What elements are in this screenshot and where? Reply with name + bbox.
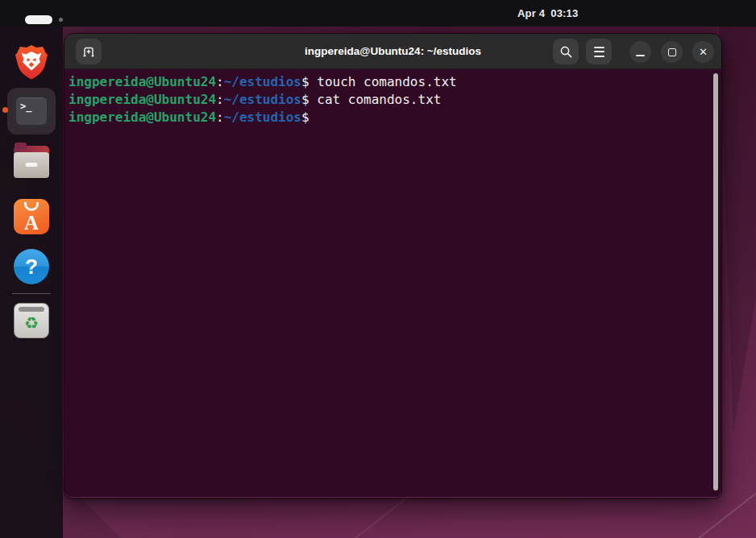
prompt-colon: : [216, 110, 224, 125]
hamburger-icon [594, 47, 604, 57]
clock-date: Apr 4 [517, 7, 545, 19]
app-center-icon: A [14, 199, 49, 234]
recycle-icon: ♻ [15, 312, 48, 334]
prompt-symbol: $ [301, 92, 309, 107]
prompt-user: ingpereida@Ubuntu24 [69, 92, 216, 107]
window-titlebar[interactable]: ingpereida@Ubuntu24: ~/estudios ✕ [64, 34, 721, 69]
dock-item-help[interactable]: ? [14, 249, 49, 284]
close-button[interactable]: ✕ [692, 41, 714, 63]
minimize-icon [636, 55, 645, 56]
top-bar: Apr 403:13 [0, 0, 756, 27]
command-text: cat comandos.txt [309, 92, 442, 107]
prompt-colon: : [216, 92, 224, 107]
terminal-icon: >_ [13, 94, 50, 128]
workspace-indicator-active[interactable] [25, 15, 52, 24]
brave-icon [12, 43, 51, 81]
prompt-dir: ~/estudios [224, 74, 301, 89]
terminal-prompt-glyph: >_ [16, 97, 47, 125]
maximize-icon [668, 48, 676, 56]
terminal-running-indicator [2, 107, 8, 113]
prompt-user: ingpereida@Ubuntu24 [69, 74, 216, 89]
dock-item-app-center[interactable]: A [14, 197, 49, 234]
dock-item-brave[interactable] [12, 43, 51, 81]
maximize-button[interactable] [661, 41, 683, 63]
prompt-symbol: $ [301, 110, 309, 125]
workspace-indicator-dot[interactable] [59, 18, 63, 22]
window-title: ingpereida@Ubuntu24: ~/estudios [64, 34, 721, 69]
prompt-user: ingpereida@Ubuntu24 [69, 110, 216, 125]
folder-slot [26, 163, 38, 167]
dock-item-terminal[interactable]: >_ [7, 88, 56, 134]
dock-item-files[interactable] [14, 144, 49, 178]
bag-handle [24, 202, 39, 211]
dock-separator [12, 293, 51, 294]
terminal-content[interactable]: ingpereida@Ubuntu24:~/estudios$ touch co… [64, 69, 721, 497]
search-button[interactable] [553, 39, 579, 64]
prompt-dir: ~/estudios [224, 92, 301, 107]
prompt-symbol: $ [301, 74, 309, 89]
terminal-line: ingpereida@Ubuntu24:~/estudios$ [69, 109, 710, 126]
prompt-dir: ~/estudios [224, 110, 301, 125]
command-text: touch comandos.txt [309, 74, 457, 89]
dock: >_ A ? ♻ [0, 27, 63, 538]
menu-button[interactable] [586, 39, 612, 64]
clock-time: 03:13 [550, 7, 578, 19]
terminal-line: ingpereida@Ubuntu24:~/estudios$ touch co… [69, 73, 710, 91]
dock-item-trash[interactable]: ♻ [14, 303, 49, 338]
terminal-line: ingpereida@Ubuntu24:~/estudios$ cat coma… [69, 91, 710, 109]
terminal-scrollbar[interactable] [713, 73, 718, 490]
app-center-letter: A [14, 213, 49, 233]
clock[interactable]: Apr 403:13 [517, 0, 578, 27]
minimize-button[interactable] [629, 41, 651, 63]
terminal-window: ingpereida@Ubuntu24: ~/estudios ✕ ingper… [64, 34, 721, 498]
close-icon: ✕ [699, 47, 708, 57]
help-icon: ? [25, 255, 38, 279]
search-icon [559, 45, 573, 59]
prompt-colon: : [216, 74, 224, 89]
